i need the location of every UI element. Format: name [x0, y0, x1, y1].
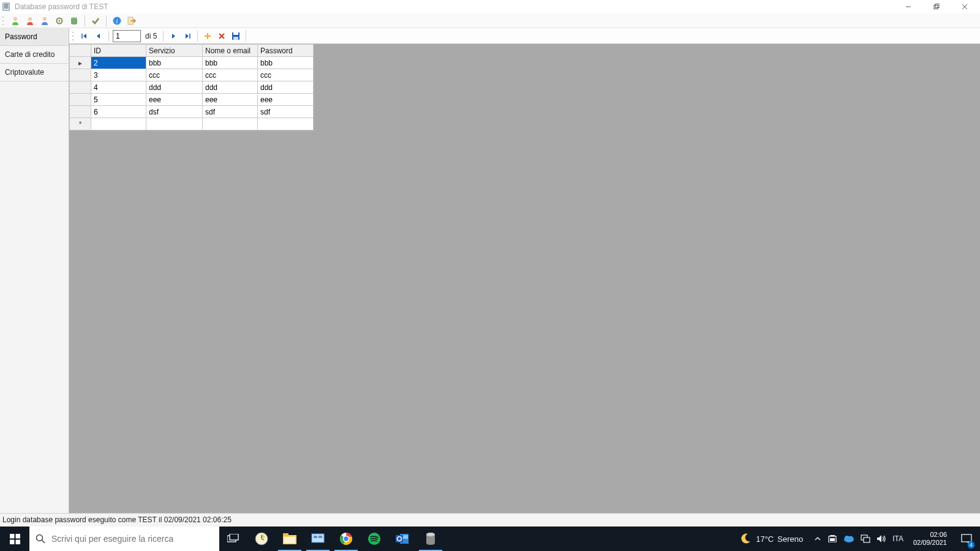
- cell-password[interactable]: eee: [258, 94, 314, 106]
- taskbar-app-chrome[interactable]: [332, 527, 360, 551]
- cell-id[interactable]: 5: [91, 94, 146, 106]
- weather-temp: 17°C: [756, 534, 774, 544]
- cell-id[interactable]: 2: [91, 57, 146, 69]
- maximize-button[interactable]: [922, 0, 951, 13]
- cell-nome[interactable]: ccc: [203, 69, 258, 81]
- svg-point-31: [37, 535, 43, 541]
- tray-cloud-icon[interactable]: [843, 535, 854, 542]
- toolbar-separator: [106, 15, 107, 26]
- sidebar-item-crypto[interactable]: Criptovalute: [0, 64, 69, 81]
- taskbar-clock[interactable]: 02:06 02/09/2021: [910, 531, 951, 547]
- cell-servizio[interactable]: eee: [146, 94, 203, 106]
- check-icon[interactable]: [89, 15, 102, 27]
- user-blue-icon[interactable]: [39, 15, 51, 27]
- cell-nome[interactable]: sdf: [203, 106, 258, 118]
- tray-language[interactable]: ITA: [892, 534, 903, 543]
- table-row[interactable]: 4 ddd ddd ddd: [70, 81, 314, 94]
- col-header-servizio[interactable]: Servizio: [146, 45, 203, 57]
- cell-id[interactable]: [91, 118, 146, 130]
- cell-password[interactable]: ccc: [258, 69, 314, 81]
- row-indicator[interactable]: ▸: [70, 57, 91, 69]
- col-header-nome[interactable]: Nome o email: [203, 45, 258, 57]
- table-row[interactable]: ▸ 2 bbb bbb bbb: [70, 57, 314, 69]
- cell-servizio[interactable]: bbb: [146, 57, 203, 69]
- cell-password[interactable]: [258, 118, 314, 130]
- nav-first-button[interactable]: [78, 30, 91, 42]
- nav-next-button[interactable]: [167, 30, 179, 42]
- notifications-button[interactable]: 4: [957, 527, 976, 551]
- nav-last-button[interactable]: [181, 30, 194, 42]
- gear-icon[interactable]: [53, 15, 66, 27]
- cell-servizio[interactable]: ddd: [146, 81, 203, 94]
- nav-prev-button[interactable]: [92, 30, 105, 42]
- table-row[interactable]: 6 dsf sdf sdf: [70, 106, 314, 118]
- cell-id[interactable]: 6: [91, 106, 146, 118]
- row-indicator[interactable]: [70, 69, 91, 81]
- exit-icon[interactable]: [126, 15, 138, 27]
- tray-chevron-icon[interactable]: [814, 535, 821, 542]
- cell-nome[interactable]: eee: [203, 94, 258, 106]
- svg-rect-25: [233, 32, 238, 35]
- task-view-button[interactable]: [219, 527, 247, 551]
- minimize-button[interactable]: [894, 0, 922, 13]
- svg-point-58: [849, 536, 853, 541]
- taskbar-app-settings[interactable]: [304, 527, 332, 551]
- table-row[interactable]: 3 ccc ccc ccc: [70, 69, 314, 81]
- data-grid[interactable]: ID Servizio Nome o email Password ▸ 2 bb…: [69, 44, 980, 130]
- grid-corner[interactable]: [70, 45, 91, 57]
- status-text: Login database password eseguito come TE…: [2, 515, 232, 524]
- nav-separator: [197, 31, 198, 42]
- row-indicator[interactable]: [70, 81, 91, 94]
- app-icon: [1, 2, 11, 12]
- cell-id[interactable]: 4: [91, 81, 146, 94]
- windows-taskbar: 17°C Sereno ITA: [0, 527, 980, 551]
- svg-rect-3: [4, 7, 9, 9]
- tray-network-icon[interactable]: [861, 534, 870, 543]
- nav-position-input[interactable]: [113, 30, 141, 42]
- nav-add-button[interactable]: [202, 30, 214, 42]
- svg-rect-5: [934, 6, 938, 9]
- taskbar-app-outlook[interactable]: [388, 527, 417, 551]
- cell-servizio[interactable]: [146, 118, 203, 130]
- taskbar-search[interactable]: [29, 527, 219, 551]
- grid-header-row: ID Servizio Nome o email Password: [70, 45, 314, 57]
- clock-date: 02/09/2021: [913, 539, 947, 547]
- nav-delete-button[interactable]: [216, 30, 228, 42]
- col-header-id[interactable]: ID: [91, 45, 146, 57]
- cell-password[interactable]: ddd: [258, 81, 314, 94]
- search-icon: [36, 534, 45, 544]
- info-icon[interactable]: i: [111, 15, 123, 27]
- cell-nome[interactable]: ddd: [203, 81, 258, 94]
- sidebar-item-password[interactable]: Password: [0, 28, 69, 46]
- cell-password[interactable]: sdf: [258, 106, 314, 118]
- sidebar-item-creditcards[interactable]: Carte di credito: [0, 46, 69, 64]
- tray-volume-icon[interactable]: [876, 534, 886, 543]
- nav-save-button[interactable]: [230, 30, 242, 42]
- user-red-icon[interactable]: [24, 15, 36, 27]
- cell-servizio[interactable]: ccc: [146, 69, 203, 81]
- taskbar-app-explorer[interactable]: [276, 527, 304, 551]
- row-indicator-new[interactable]: *: [70, 118, 91, 130]
- database-icon[interactable]: [68, 15, 80, 27]
- table-new-row[interactable]: *: [70, 118, 314, 130]
- taskbar-app-clock[interactable]: [247, 527, 276, 551]
- row-indicator[interactable]: [70, 94, 91, 106]
- close-button[interactable]: [951, 0, 979, 13]
- taskbar-app-database[interactable]: [417, 527, 445, 551]
- svg-rect-40: [284, 537, 295, 543]
- toolbar-grip: [2, 15, 6, 26]
- taskbar-app-spotify[interactable]: [360, 527, 388, 551]
- cell-id[interactable]: 3: [91, 69, 146, 81]
- cell-servizio[interactable]: dsf: [146, 106, 203, 118]
- taskbar-search-input[interactable]: [51, 534, 213, 544]
- user-green-icon[interactable]: [9, 15, 21, 27]
- taskbar-weather[interactable]: 17°C Sereno: [735, 533, 808, 545]
- cell-nome[interactable]: [203, 118, 258, 130]
- tray-battery-icon[interactable]: [827, 535, 837, 542]
- table-row[interactable]: 5 eee eee eee: [70, 94, 314, 106]
- col-header-password[interactable]: Password: [258, 45, 314, 57]
- start-button[interactable]: [0, 527, 29, 551]
- row-indicator[interactable]: [70, 106, 91, 118]
- cell-password[interactable]: bbb: [258, 57, 314, 69]
- cell-nome[interactable]: bbb: [203, 57, 258, 69]
